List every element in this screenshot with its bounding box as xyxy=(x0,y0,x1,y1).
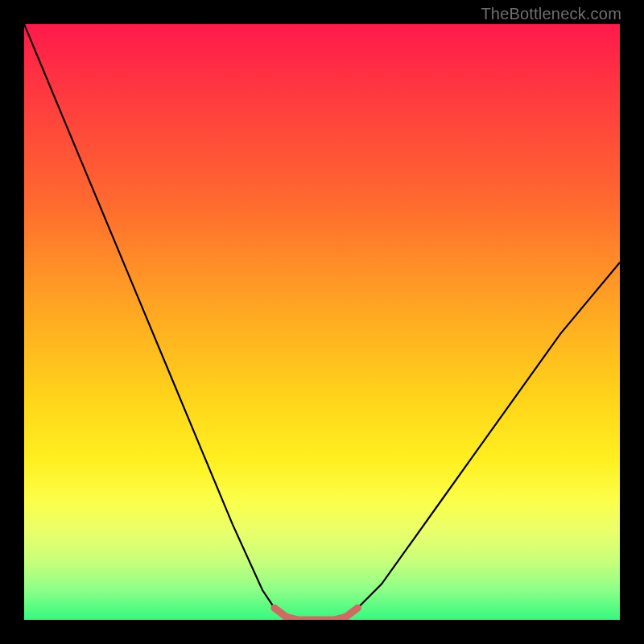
watermark-label: TheBottleneck.com xyxy=(481,5,621,23)
bottleneck-curve xyxy=(24,24,620,620)
chart-frame: TheBottleneck.com xyxy=(0,0,644,644)
curve-layer xyxy=(24,24,620,620)
plot-area xyxy=(24,24,620,620)
optimal-band xyxy=(275,608,358,620)
